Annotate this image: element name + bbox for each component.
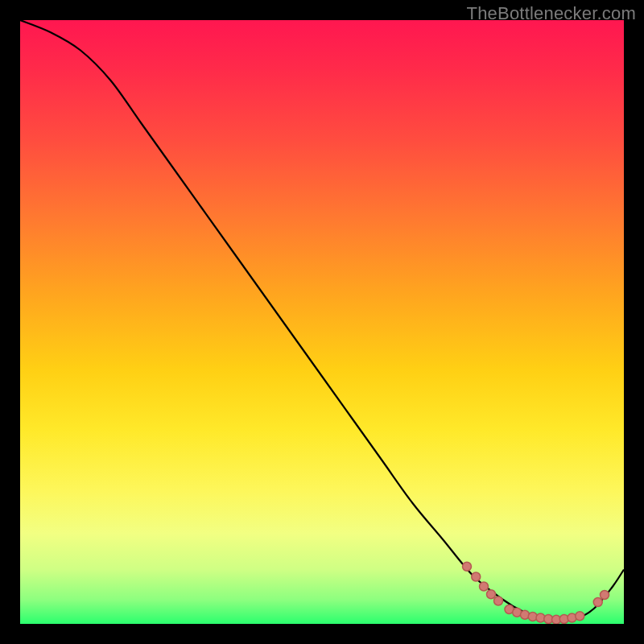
data-marker (593, 598, 602, 607)
data-marker (576, 612, 584, 621)
data-marker (494, 597, 503, 605)
data-marker (601, 591, 609, 600)
data-marker (472, 572, 481, 581)
data-marker (480, 582, 489, 591)
chart-svg (20, 20, 624, 624)
data-marker (487, 590, 496, 599)
data-marker (463, 562, 472, 571)
bottleneck-curve (20, 20, 624, 621)
chart-stage: TheBottlenecker.com (0, 0, 644, 644)
plot-area (20, 20, 624, 624)
